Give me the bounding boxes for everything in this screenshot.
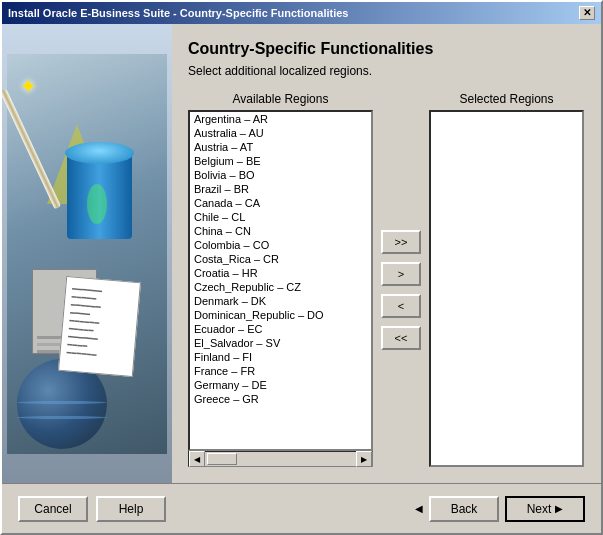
list-item[interactable]: Dominican_Republic – DO	[190, 308, 371, 322]
list-item[interactable]: Denmark – DK	[190, 294, 371, 308]
footer: Cancel Help ◀ Back Next ▶	[2, 483, 601, 533]
list-item[interactable]: China – CN	[190, 224, 371, 238]
hscroll-track[interactable]	[205, 452, 356, 466]
regions-container: Available Regions Argentina – ARAustrali…	[188, 92, 585, 467]
list-item[interactable]: Ecuador – EC	[190, 322, 371, 336]
selected-regions-listbox[interactable]	[429, 110, 584, 467]
title-bar: Install Oracle E-Business Suite - Countr…	[2, 2, 601, 24]
right-panel: Country-Specific Functionalities Select …	[172, 24, 601, 483]
close-button[interactable]: ✕	[579, 6, 595, 20]
main-window: Install Oracle E-Business Suite - Countr…	[0, 0, 603, 535]
footer-right-buttons: ◀ Back Next ▶	[415, 496, 585, 522]
back-arrow-icon: ◀	[415, 503, 423, 514]
available-regions-label: Available Regions	[188, 92, 373, 106]
cancel-button[interactable]: Cancel	[18, 496, 88, 522]
list-item[interactable]: El_Salvador – SV	[190, 336, 371, 350]
list-item[interactable]: Finland – FI	[190, 350, 371, 364]
remove-all-button[interactable]: <<	[381, 326, 421, 350]
list-item[interactable]: Argentina – AR	[190, 112, 371, 126]
list-item[interactable]: Czech_Republic – CZ	[190, 280, 371, 294]
hscroll-right-btn[interactable]: ▶	[356, 451, 372, 467]
add-one-button[interactable]: >	[381, 262, 421, 286]
page-title: Country-Specific Functionalities	[188, 40, 585, 58]
available-regions-panel: Available Regions Argentina – ARAustrali…	[188, 92, 373, 467]
back-button[interactable]: Back	[429, 496, 499, 522]
available-regions-listbox[interactable]: Argentina – ARAustralia – AUAustria – AT…	[188, 110, 373, 451]
list-item[interactable]: Germany – DE	[190, 378, 371, 392]
help-button[interactable]: Help	[96, 496, 166, 522]
window-content: ✦ ▬▬▬▬▬▬▬▬▬▬▬▬▬▬▬▬▬▬▬▬▬▬▬▬▬▬▬▬▬▬▬▬▬▬▬▬▬▬…	[2, 24, 601, 483]
hscroll-left-btn[interactable]: ◀	[189, 451, 205, 467]
selected-regions-label: Selected Regions	[429, 92, 584, 106]
list-item[interactable]: Belgium – BE	[190, 154, 371, 168]
available-regions-list: Argentina – ARAustralia – AUAustria – AT…	[190, 112, 371, 406]
footer-left-buttons: Cancel Help	[18, 496, 166, 522]
page-subtitle: Select additional localized regions.	[188, 64, 585, 78]
add-all-button[interactable]: >>	[381, 230, 421, 254]
transfer-buttons: >> > < <<	[373, 92, 429, 467]
next-label: Next	[527, 502, 552, 516]
list-item[interactable]: Greece – GR	[190, 392, 371, 406]
selected-regions-panel: Selected Regions	[429, 92, 584, 467]
list-item[interactable]: France – FR	[190, 364, 371, 378]
list-item[interactable]: Canada – CA	[190, 196, 371, 210]
available-hscrollbar[interactable]: ◀ ▶	[188, 451, 373, 467]
next-arrow-icon: ▶	[555, 503, 563, 514]
list-item[interactable]: Colombia – CO	[190, 238, 371, 252]
list-item[interactable]: Brazil – BR	[190, 182, 371, 196]
illustration: ✦ ▬▬▬▬▬▬▬▬▬▬▬▬▬▬▬▬▬▬▬▬▬▬▬▬▬▬▬▬▬▬▬▬▬▬▬▬▬▬…	[7, 54, 167, 454]
list-item[interactable]: Croatia – HR	[190, 266, 371, 280]
list-item[interactable]: Australia – AU	[190, 126, 371, 140]
remove-one-button[interactable]: <	[381, 294, 421, 318]
list-item[interactable]: Bolivia – BO	[190, 168, 371, 182]
window-title: Install Oracle E-Business Suite - Countr…	[8, 7, 348, 19]
left-panel: ✦ ▬▬▬▬▬▬▬▬▬▬▬▬▬▬▬▬▬▬▬▬▬▬▬▬▬▬▬▬▬▬▬▬▬▬▬▬▬▬…	[2, 24, 172, 483]
list-item[interactable]: Costa_Rica – CR	[190, 252, 371, 266]
list-item[interactable]: Austria – AT	[190, 140, 371, 154]
list-item[interactable]: Chile – CL	[190, 210, 371, 224]
hscroll-thumb[interactable]	[207, 453, 237, 465]
next-button[interactable]: Next ▶	[505, 496, 585, 522]
